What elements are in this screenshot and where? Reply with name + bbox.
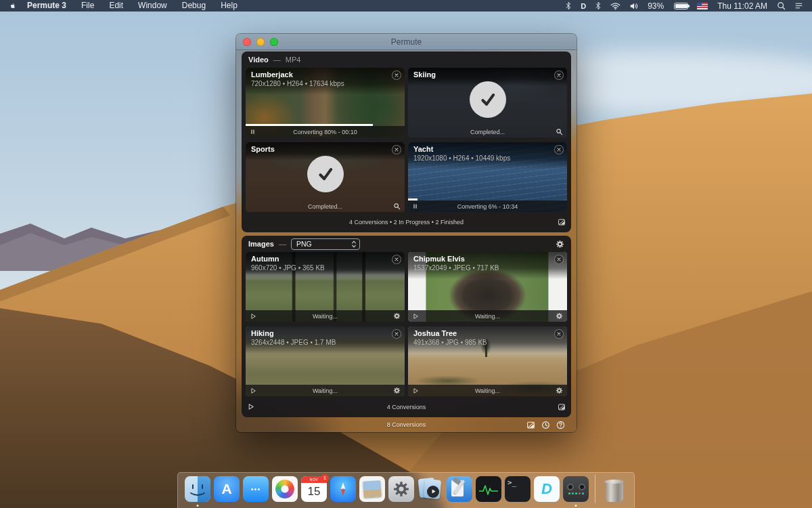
close-icon[interactable] xyxy=(554,329,564,339)
preview-panel-icon[interactable] xyxy=(526,421,535,429)
gear-icon[interactable] xyxy=(551,312,563,320)
volume-icon[interactable] xyxy=(627,2,641,10)
bluetooth-alt-icon[interactable] xyxy=(563,1,574,10)
dock-safari-icon[interactable] xyxy=(330,476,356,502)
menu-help[interactable]: Help xyxy=(213,0,245,12)
dock-calendar-icon[interactable]: NOV 15 1 xyxy=(301,476,327,502)
image-cell-chipmuk-elvis[interactable]: Chipmuk Elvis 1537x2049 • JPEG • 717 KB … xyxy=(408,252,567,322)
close-icon[interactable] xyxy=(392,329,401,339)
cell-status: Completed... xyxy=(424,129,551,135)
notification-center-icon[interactable] xyxy=(792,1,805,10)
separator: — xyxy=(279,240,286,248)
image-format-select[interactable]: PNG xyxy=(291,238,360,250)
play-icon[interactable] xyxy=(250,387,262,394)
cell-meta: 491x368 • JPG • 985 KB xyxy=(413,338,562,347)
input-source-flag-icon[interactable] xyxy=(695,3,710,9)
play-icon[interactable] xyxy=(412,387,424,394)
close-icon[interactable] xyxy=(554,145,564,154)
video-cell-lumberjack[interactable]: Lumberjack 720x1280 • H264 • 17634 kbps … xyxy=(246,68,405,137)
video-cell-sports[interactable]: Sports Completed... xyxy=(246,142,405,212)
spotlight-icon[interactable] xyxy=(775,1,788,10)
play-icon[interactable] xyxy=(412,313,424,320)
dock-appstore-icon[interactable]: A xyxy=(214,476,240,502)
close-icon[interactable] xyxy=(392,70,401,80)
d-status-icon[interactable]: D xyxy=(579,2,588,10)
cell-meta: 960x720 • JPG • 365 KB xyxy=(251,263,399,272)
bluetooth-icon[interactable] xyxy=(593,1,604,10)
video-cell-yacht[interactable]: Yacht 1920x1080 • H264 • 10449 kbps Conv… xyxy=(408,142,567,212)
cell-title: Hiking xyxy=(251,329,399,338)
dock-preview-icon[interactable] xyxy=(359,476,385,502)
start-images-play-icon[interactable] xyxy=(247,403,261,410)
dock-terminal-icon[interactable]: >_ xyxy=(505,476,531,502)
dock-downie-icon[interactable]: D xyxy=(534,476,560,502)
dock-media-app-icon[interactable] xyxy=(418,476,443,502)
dock-trash-icon[interactable] xyxy=(602,476,627,502)
pause-icon[interactable] xyxy=(412,203,424,209)
title-bar[interactable]: Permute xyxy=(236,34,577,50)
dock: A ••• NOV 15 1 >_ D xyxy=(177,472,635,508)
apple-menu[interactable] xyxy=(8,1,17,11)
menu-window[interactable]: Window xyxy=(131,0,175,12)
close-icon[interactable] xyxy=(554,255,564,264)
play-icon[interactable] xyxy=(250,313,262,320)
cell-title: Sports xyxy=(251,145,399,154)
gear-icon[interactable] xyxy=(388,387,401,394)
chevron-up-down-icon xyxy=(351,240,357,249)
close-icon[interactable] xyxy=(392,145,401,154)
separator: — xyxy=(273,56,281,64)
running-indicator xyxy=(197,505,199,507)
dock-xcode-icon[interactable] xyxy=(447,476,472,502)
menu-edit[interactable]: Edit xyxy=(102,0,131,12)
image-cell-autumn[interactable]: Autumn 960x720 • JPG • 365 KB Waiting... xyxy=(246,252,405,322)
close-icon[interactable] xyxy=(392,255,401,264)
images-summary: 4 Conversions xyxy=(261,404,552,410)
wifi-icon[interactable] xyxy=(608,2,623,10)
cell-title: Joshua Tree xyxy=(413,329,562,338)
dock-messages-icon[interactable]: ••• xyxy=(243,476,269,502)
video-section-label: Video xyxy=(248,56,269,64)
preview-panel-icon[interactable] xyxy=(552,218,566,226)
dock-permute-icon[interactable] xyxy=(563,476,589,502)
image-cell-hiking[interactable]: Hiking 3264x2448 • JPEG • 1.7 MB Waiting… xyxy=(246,326,405,396)
gear-icon[interactable] xyxy=(551,387,563,394)
cell-status: Waiting... xyxy=(424,387,551,394)
dock-photos-icon[interactable] xyxy=(272,476,298,502)
images-section-header: Images — PNG xyxy=(242,236,571,252)
video-cell-skiing[interactable]: Skiing Completed... xyxy=(408,68,567,137)
video-summary: 4 Conversions • 2 In Progress • 2 Finish… xyxy=(261,219,552,226)
cell-status: Converting 80% - 00:10 xyxy=(262,129,388,135)
magnifier-icon[interactable] xyxy=(551,128,563,135)
dock-system-preferences-icon[interactable] xyxy=(388,476,414,502)
completed-check-icon xyxy=(307,156,344,192)
image-cell-joshua-tree[interactable]: Joshua Tree 491x368 • JPG • 985 KB Waiti… xyxy=(408,326,567,396)
pause-icon[interactable] xyxy=(250,129,262,135)
calendar-day: 15 xyxy=(301,483,327,501)
cell-meta: 1920x1080 • H264 • 10449 kbps xyxy=(413,154,562,163)
dock-activity-monitor-icon[interactable] xyxy=(476,476,501,502)
video-section-header: Video — MP4 xyxy=(242,51,571,68)
video-section-footer: 4 Conversions • 2 In Progress • 2 Finish… xyxy=(242,212,571,232)
window-status-bar: 8 Conversions xyxy=(242,417,571,432)
gear-icon[interactable] xyxy=(388,312,401,320)
menu-file[interactable]: File xyxy=(74,0,102,12)
cell-title: Yacht xyxy=(413,145,562,154)
images-settings-gear-icon[interactable] xyxy=(556,240,564,249)
video-section: Video — MP4 Lumberjack 720x1280 • H264 •… xyxy=(242,51,571,232)
help-icon[interactable] xyxy=(556,421,565,429)
preview-panel-icon[interactable] xyxy=(552,403,566,411)
image-format-value: PNG xyxy=(296,240,351,248)
magnifier-icon[interactable] xyxy=(388,203,401,210)
permute-window: Permute Video — MP4 Lumberjack 720x1280 … xyxy=(236,34,577,432)
menu-app-name[interactable]: Permute 3 xyxy=(20,0,74,12)
cell-status: Completed... xyxy=(262,203,388,210)
dock-finder-icon[interactable] xyxy=(185,476,210,502)
menu-debug[interactable]: Debug xyxy=(175,0,213,12)
cell-title: Chipmuk Elvis xyxy=(413,255,562,263)
cell-meta: 3264x2448 • JPEG • 1.7 MB xyxy=(251,338,399,347)
history-clock-icon[interactable] xyxy=(541,421,550,429)
close-icon[interactable] xyxy=(554,70,564,80)
cell-meta: 1537x2049 • JPEG • 717 KB xyxy=(413,263,562,272)
menu-clock[interactable]: Thu 11:02 AM xyxy=(715,1,770,11)
battery-icon[interactable] xyxy=(671,3,690,9)
